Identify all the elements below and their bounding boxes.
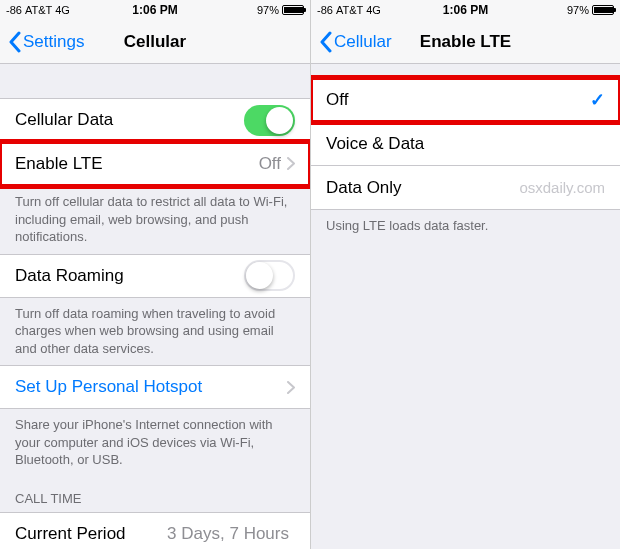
battery-icon: [592, 5, 614, 15]
network-type: 4G: [55, 4, 70, 16]
enable-lte-row[interactable]: Enable LTE Off: [0, 142, 310, 186]
enable-lte-label: Enable LTE: [15, 154, 259, 174]
battery-percent: 97%: [257, 4, 279, 16]
signal-strength: -86: [6, 4, 22, 16]
lte-option-voice-data[interactable]: Voice & Data: [311, 122, 620, 166]
back-label: Cellular: [334, 32, 392, 52]
back-label: Settings: [23, 32, 84, 52]
current-period-label: Current Period: [15, 524, 167, 544]
cellular-data-row[interactable]: Cellular Data: [0, 98, 310, 142]
watermark-text: osxdaily.com: [519, 179, 605, 196]
lte-option-data-only-label: Data Only: [326, 178, 519, 198]
lte-option-data-only[interactable]: Data Only osxdaily.com: [311, 166, 620, 210]
nav-bar: Settings Cellular: [0, 20, 310, 64]
back-button[interactable]: Settings: [8, 31, 84, 53]
cellular-data-footer: Turn off cellular data to restrict all d…: [0, 186, 310, 254]
data-roaming-row[interactable]: Data Roaming: [0, 254, 310, 298]
current-period-row[interactable]: Current Period 3 Days, 7 Hours: [0, 512, 310, 549]
chevron-right-icon: [287, 157, 295, 170]
cellular-settings-screen: -86 AT&T 4G 1:06 PM 97% Settings Cellula…: [0, 0, 310, 549]
lte-options-content: Off ✓ Voice & Data Data Only osxdaily.co…: [311, 64, 620, 549]
enable-lte-value: Off: [259, 154, 281, 174]
carrier-name: AT&T: [25, 4, 52, 16]
checkmark-icon: ✓: [590, 89, 605, 111]
cellular-data-switch[interactable]: [244, 105, 295, 136]
call-time-header: CALL TIME: [0, 477, 310, 512]
back-button[interactable]: Cellular: [319, 31, 392, 53]
nav-bar: Cellular Enable LTE: [311, 20, 620, 64]
chevron-left-icon: [8, 31, 21, 53]
carrier-name: AT&T: [336, 4, 363, 16]
personal-hotspot-row[interactable]: Set Up Personal Hotspot: [0, 365, 310, 409]
enable-lte-screen: -86 AT&T 4G 1:06 PM 97% Cellular Enable …: [310, 0, 620, 549]
current-period-value: 3 Days, 7 Hours: [167, 524, 289, 544]
signal-strength: -86: [317, 4, 333, 16]
data-roaming-footer: Turn off data roaming when traveling to …: [0, 298, 310, 366]
settings-content: Cellular Data Enable LTE Off Turn off ce…: [0, 64, 310, 549]
battery-percent: 97%: [567, 4, 589, 16]
lte-option-off-label: Off: [326, 90, 590, 110]
battery-icon: [282, 5, 304, 15]
lte-option-off[interactable]: Off ✓: [311, 78, 620, 122]
hotspot-footer: Share your iPhone's Internet connection …: [0, 409, 310, 477]
status-bar: -86 AT&T 4G 1:06 PM 97%: [311, 0, 620, 20]
data-roaming-switch[interactable]: [244, 260, 295, 291]
personal-hotspot-label: Set Up Personal Hotspot: [15, 377, 287, 397]
data-roaming-label: Data Roaming: [15, 266, 244, 286]
network-type: 4G: [366, 4, 381, 16]
chevron-left-icon: [319, 31, 332, 53]
chevron-right-icon: [287, 381, 295, 394]
lte-option-voice-data-label: Voice & Data: [326, 134, 605, 154]
lte-footer: Using LTE loads data faster.: [311, 210, 620, 243]
status-bar: -86 AT&T 4G 1:06 PM 97%: [0, 0, 310, 20]
cellular-data-label: Cellular Data: [15, 110, 244, 130]
